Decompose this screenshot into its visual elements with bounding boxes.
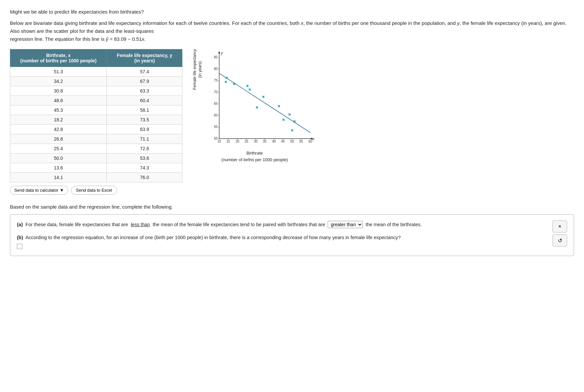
svg-text:70: 70 <box>214 90 218 94</box>
life-expectancy-cell: 76.0 <box>107 173 182 182</box>
birthrate-cell: 42.8 <box>10 125 107 134</box>
content-row: Birthrate, x (number of births per 1000 … <box>10 49 574 195</box>
send-to-excel-button[interactable]: Send data to Excel <box>71 186 117 195</box>
svg-marker-2 <box>218 51 220 53</box>
svg-text:60: 60 <box>308 140 312 143</box>
y-axis-label: Female life expectancy(in years) <box>192 49 203 90</box>
table-row: 25.472.6 <box>10 144 182 154</box>
birthrate-cell: 48.6 <box>10 96 107 105</box>
table-row: 18.273.5 <box>10 115 182 125</box>
svg-text:20: 20 <box>235 140 239 143</box>
svg-line-44 <box>219 73 310 133</box>
svg-text:60: 60 <box>214 113 218 117</box>
life-expectancy-cell: 73.5 <box>107 115 182 125</box>
table-row: 50.053.6 <box>10 154 182 163</box>
data-point <box>291 129 293 131</box>
svg-text:85: 85 <box>214 55 218 59</box>
svg-text:55: 55 <box>299 140 303 143</box>
question-a-text-mid: the mean of the female life expectancies… <box>153 222 325 227</box>
table-row: 26.871.1 <box>10 134 182 144</box>
life-expectancy-cell: 72.6 <box>107 144 182 154</box>
table-row: 42.863.9 <box>10 125 182 134</box>
data-point <box>262 96 264 98</box>
col1-header: Birthrate, x (number of births per 1000 … <box>10 49 107 67</box>
intro-line2: Below are bivariate data giving birthrat… <box>10 19 574 43</box>
svg-text:45: 45 <box>281 140 285 143</box>
based-on-text: Based on the sample data and the regress… <box>10 204 574 210</box>
svg-text:40: 40 <box>272 140 276 143</box>
birthrate-cell: 26.8 <box>10 134 107 144</box>
data-point <box>225 81 227 83</box>
data-point <box>283 119 285 121</box>
x-axis-label: Birthrate <box>246 151 263 156</box>
life-expectancy-cell: 67.9 <box>107 77 182 86</box>
question-box: (a) For these data, female life expectan… <box>10 214 574 256</box>
birthrate-cell: 30.8 <box>10 86 107 96</box>
chart-section: Female life expectancy(in years) <box>192 49 317 163</box>
birthrate-cell: 45.3 <box>10 105 107 115</box>
side-buttons: × ↺ <box>552 221 567 246</box>
undo-button[interactable]: ↺ <box>552 234 567 246</box>
table-section: Birthrate, x (number of births per 1000 … <box>10 49 182 195</box>
svg-text:30: 30 <box>254 140 258 143</box>
button-row: Send data to calculator ▼ Send data to E… <box>10 186 182 195</box>
life-expectancy-cell: 74.3 <box>107 163 182 173</box>
data-table: Birthrate, x (number of births per 1000 … <box>10 49 182 182</box>
table-row: 13.674.3 <box>10 163 182 173</box>
life-expectancy-cell: 60.4 <box>107 96 182 105</box>
svg-text:55: 55 <box>214 125 218 129</box>
send-to-calculator-button[interactable]: Send data to calculator ▼ <box>10 186 68 195</box>
birthrate-cell: 25.4 <box>10 144 107 154</box>
birthrate-cell: 13.6 <box>10 163 107 173</box>
svg-text:x: x <box>312 137 315 141</box>
birthrate-cell: 51.3 <box>10 67 107 77</box>
svg-text:35: 35 <box>263 140 267 143</box>
x-axis-sub: (number of births per 1000 people) <box>222 157 288 162</box>
greater-than-dropdown[interactable]: less than greater than equal to <box>328 221 363 228</box>
svg-text:15: 15 <box>226 140 230 143</box>
question-b: (b) According to the regression equation… <box>17 233 547 250</box>
life-expectancy-cell: 63.9 <box>107 125 182 134</box>
table-row: 14.176.0 <box>10 173 182 182</box>
question-a-text-after: the mean of the birthrates. <box>366 222 422 227</box>
life-expectancy-cell: 53.6 <box>107 154 182 163</box>
table-row: 45.358.1 <box>10 105 182 115</box>
life-expectancy-cell: 57.4 <box>107 67 182 77</box>
life-expectancy-cell: 71.1 <box>107 134 182 144</box>
undo-icon: ↺ <box>558 237 562 244</box>
life-expectancy-cell: 63.3 <box>107 86 182 96</box>
chart-title: Birthrate (number of births per 1000 peo… <box>222 150 288 163</box>
clear-icon: × <box>558 224 561 229</box>
svg-text:y: y <box>221 51 223 55</box>
question-b-label: (b) <box>17 235 25 240</box>
calculator-label: Send data to calculator <box>14 188 58 193</box>
birthrate-cell: 50.0 <box>10 154 107 163</box>
dropdown-arrow-icon[interactable]: ▼ <box>60 188 64 193</box>
col2-header: Female life expectancy, y (in years) <box>107 49 182 67</box>
question-a-text-before: For these data, female life expectancies… <box>26 222 128 227</box>
question-b-text: According to the regression equation, fo… <box>26 235 401 240</box>
svg-text:80: 80 <box>214 67 218 71</box>
data-point <box>256 106 258 108</box>
table-row: 48.660.4 <box>10 96 182 105</box>
table-row: 51.357.4 <box>10 67 182 77</box>
birthrate-cell: 14.1 <box>10 173 107 182</box>
svg-text:25: 25 <box>244 140 248 143</box>
svg-text:50: 50 <box>290 140 294 143</box>
question-a-underline: less than <box>131 222 150 227</box>
question-a-label: (a) <box>17 222 24 227</box>
excel-label: Send data to Excel <box>76 188 112 193</box>
data-point <box>289 113 291 115</box>
answer-input-box[interactable] <box>17 244 22 249</box>
question-a: (a) For these data, female life expectan… <box>17 221 547 229</box>
scatter-chart: 50 55 60 65 70 75 80 85 y <box>204 49 317 149</box>
svg-text:10: 10 <box>217 140 221 143</box>
clear-button[interactable]: × <box>552 221 567 232</box>
intro-line1: Might we be able to predict life expecta… <box>10 8 574 16</box>
data-point <box>249 89 251 91</box>
table-row: 34.267.9 <box>10 77 182 86</box>
birthrate-cell: 18.2 <box>10 115 107 125</box>
data-point <box>278 105 280 107</box>
svg-text:75: 75 <box>214 79 218 82</box>
data-point <box>246 85 248 87</box>
